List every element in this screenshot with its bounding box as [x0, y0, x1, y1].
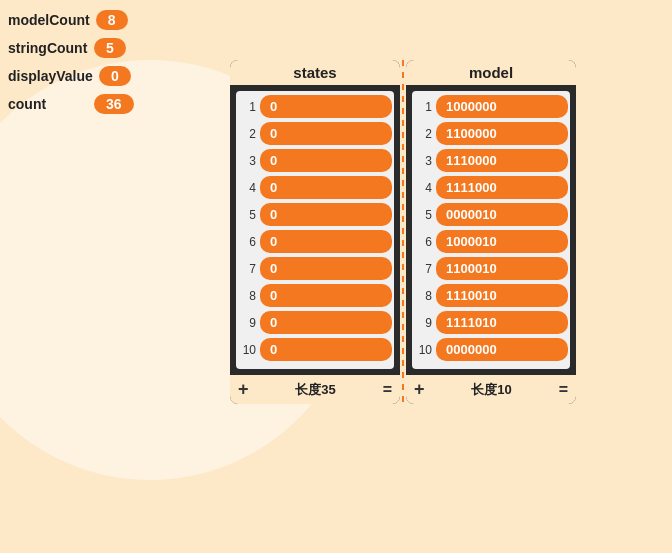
model-list[interactable]: 1100000021100000311100004111100050000010…: [412, 91, 570, 369]
list-item: 60: [238, 230, 392, 253]
model-panel: model11000000211000003111000041111000500…: [406, 60, 576, 404]
var-name-displayValue: displayValue: [8, 68, 93, 84]
item-index: 6: [414, 235, 432, 249]
item-index: 3: [238, 154, 256, 168]
list-item: 71100010: [414, 257, 568, 280]
states-list[interactable]: 102030405060708090100: [236, 91, 394, 369]
item-index: 5: [238, 208, 256, 222]
item-value[interactable]: 1100000: [436, 122, 568, 145]
var-row-displayValue: displayValue0: [8, 66, 134, 86]
item-index: 5: [414, 208, 432, 222]
list-item: 70: [238, 257, 392, 280]
item-index: 10: [238, 343, 256, 357]
item-index: 4: [414, 181, 432, 195]
item-index: 8: [414, 289, 432, 303]
item-value[interactable]: 0: [260, 95, 392, 118]
model-footer: +长度10=: [406, 375, 576, 404]
list-item: 40: [238, 176, 392, 199]
item-index: 9: [238, 316, 256, 330]
list-item: 11000000: [414, 95, 568, 118]
item-value[interactable]: 0000000: [436, 338, 568, 361]
model-equals: =: [559, 381, 568, 399]
var-name-stringCount: stringCount: [8, 40, 88, 56]
states-length-label: 长度35: [295, 381, 335, 399]
item-value[interactable]: 0: [260, 176, 392, 199]
var-value-count: 36: [94, 94, 134, 114]
item-index: 2: [414, 127, 432, 141]
item-value[interactable]: 0: [260, 230, 392, 253]
item-value[interactable]: 1100010: [436, 257, 568, 280]
list-item: 81110010: [414, 284, 568, 307]
item-value[interactable]: 1111010: [436, 311, 568, 334]
list-item: 100: [238, 338, 392, 361]
item-index: 1: [414, 100, 432, 114]
item-index: 9: [414, 316, 432, 330]
var-value-modelCount: 8: [96, 10, 128, 30]
item-index: 10: [414, 343, 432, 357]
variables-panel: modelCount8stringCount5displayValue0coun…: [8, 10, 134, 114]
item-value[interactable]: 0000010: [436, 203, 568, 226]
item-value[interactable]: 0: [260, 257, 392, 280]
var-name-count: count: [8, 96, 88, 112]
list-item: 91111010: [414, 311, 568, 334]
list-item: 30: [238, 149, 392, 172]
list-item: 21100000: [414, 122, 568, 145]
item-index: 6: [238, 235, 256, 249]
list-item: 61000010: [414, 230, 568, 253]
list-item: 20: [238, 122, 392, 145]
item-index: 2: [238, 127, 256, 141]
panel-divider: [402, 60, 404, 404]
list-item: 90: [238, 311, 392, 334]
item-value[interactable]: 0: [260, 284, 392, 307]
states-header: states: [230, 60, 400, 85]
item-value[interactable]: 1000010: [436, 230, 568, 253]
item-index: 8: [238, 289, 256, 303]
states-panel: states102030405060708090100+长度35=: [230, 60, 400, 404]
item-value[interactable]: 0: [260, 149, 392, 172]
var-value-displayValue: 0: [99, 66, 131, 86]
model-length-label: 长度10: [471, 381, 511, 399]
model-header: model: [406, 60, 576, 85]
item-index: 7: [238, 262, 256, 276]
list-item: 10: [238, 95, 392, 118]
panels-container: states102030405060708090100+长度35=model11…: [230, 60, 576, 404]
item-value[interactable]: 0: [260, 122, 392, 145]
item-value[interactable]: 1110010: [436, 284, 568, 307]
list-item: 41111000: [414, 176, 568, 199]
states-footer: +长度35=: [230, 375, 400, 404]
list-item: 50000010: [414, 203, 568, 226]
list-item: 100000000: [414, 338, 568, 361]
item-index: 4: [238, 181, 256, 195]
list-item: 80: [238, 284, 392, 307]
var-value-stringCount: 5: [94, 38, 126, 58]
var-row-count: count36: [8, 94, 134, 114]
var-name-modelCount: modelCount: [8, 12, 90, 28]
list-item: 31110000: [414, 149, 568, 172]
item-index: 3: [414, 154, 432, 168]
item-value[interactable]: 1111000: [436, 176, 568, 199]
list-item: 50: [238, 203, 392, 226]
model-add-button[interactable]: +: [414, 379, 425, 400]
var-row-stringCount: stringCount5: [8, 38, 134, 58]
item-index: 1: [238, 100, 256, 114]
item-value[interactable]: 1110000: [436, 149, 568, 172]
states-add-button[interactable]: +: [238, 379, 249, 400]
item-value[interactable]: 0: [260, 338, 392, 361]
item-value[interactable]: 0: [260, 311, 392, 334]
item-value[interactable]: 1000000: [436, 95, 568, 118]
states-equals: =: [383, 381, 392, 399]
var-row-modelCount: modelCount8: [8, 10, 134, 30]
item-value[interactable]: 0: [260, 203, 392, 226]
item-index: 7: [414, 262, 432, 276]
